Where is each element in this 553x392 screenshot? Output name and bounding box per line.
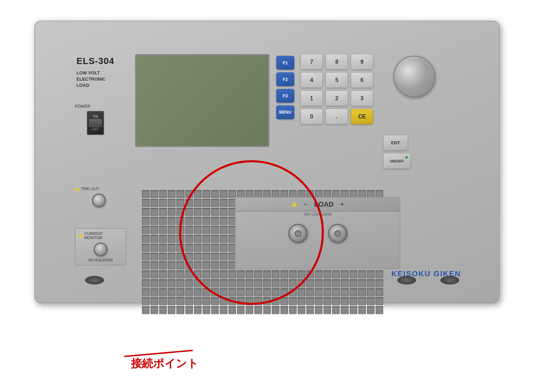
vent-hole	[306, 270, 314, 278]
vent-hole	[358, 288, 366, 296]
vent-hole	[203, 253, 210, 261]
trig-out-connector	[92, 194, 106, 207]
vent-hole	[254, 306, 262, 314]
vent-hole	[151, 253, 158, 261]
current-monitor-label: CURRENTMONITOR	[78, 231, 123, 240]
load-label-bar: − LOAD +	[236, 198, 400, 212]
key-7[interactable]: 7	[300, 54, 323, 70]
vent-hole	[142, 217, 150, 225]
vent-hole	[358, 306, 366, 314]
vent-hole	[142, 208, 150, 216]
ce-button[interactable]: CE	[351, 109, 373, 124]
vent-hole	[220, 208, 227, 216]
key-0[interactable]: 0	[300, 109, 323, 124]
onoff-button[interactable]: ON/OFF	[383, 153, 411, 169]
load-minus: −	[304, 201, 307, 207]
vent-hole	[142, 235, 150, 243]
key-dot[interactable]: .	[326, 109, 348, 124]
vent-hole	[185, 270, 193, 278]
vent-hole	[237, 288, 245, 296]
f3-button[interactable]: F3	[276, 89, 294, 103]
vent-hole	[289, 306, 297, 314]
vent-hole	[142, 306, 150, 314]
vent-hole	[185, 279, 193, 287]
vent-hole	[220, 217, 227, 225]
vent-hole	[194, 253, 202, 261]
vent-hole	[272, 279, 279, 287]
vent-hole	[306, 288, 314, 296]
vent-hole	[151, 226, 158, 234]
vent-hole	[263, 288, 271, 296]
key-6[interactable]: 6	[351, 72, 373, 88]
vent-hole	[315, 288, 322, 296]
vent-hole	[168, 244, 175, 252]
vent-hole	[203, 306, 210, 314]
switch-off-label: OFF	[92, 127, 99, 131]
vent-hole	[220, 253, 227, 261]
vent-hole	[203, 297, 210, 305]
vent-hole	[176, 217, 184, 225]
key-1[interactable]: 1	[300, 91, 323, 106]
vent-hole	[272, 297, 279, 305]
vent-hole	[142, 297, 150, 305]
onoff-indicator-dot	[405, 156, 408, 159]
vent-hole	[185, 253, 193, 261]
key-3[interactable]: 3	[351, 91, 373, 106]
vent-hole	[263, 297, 271, 305]
vent-hole	[298, 279, 305, 287]
vent-hole	[228, 306, 236, 314]
vent-hole	[194, 244, 202, 252]
vent-hole	[324, 306, 331, 314]
key-2[interactable]: 2	[326, 91, 348, 106]
vent-hole	[168, 261, 175, 269]
vent-hole	[289, 288, 297, 296]
vent-hole	[280, 279, 288, 287]
switch-rocker	[89, 119, 102, 127]
vent-hole	[367, 279, 375, 287]
current-monitor-connector	[94, 243, 107, 256]
vent-hole	[159, 279, 167, 287]
vent-hole	[228, 270, 236, 278]
vent-hole	[306, 297, 314, 305]
vent-hole	[211, 244, 219, 252]
vent-hole	[142, 270, 150, 278]
vent-hole	[211, 235, 219, 243]
vent-hole	[332, 306, 340, 314]
vent-hole	[220, 235, 227, 243]
key-9[interactable]: 9	[351, 54, 373, 70]
terminal-bolt-left	[295, 230, 301, 237]
vent-hole	[358, 279, 366, 287]
key-4[interactable]: 4	[300, 72, 323, 88]
key-5[interactable]: 5	[326, 72, 348, 88]
vent-hole	[168, 253, 175, 261]
annotation-line	[124, 350, 193, 357]
vent-hole	[237, 279, 245, 287]
vent-hole	[332, 279, 340, 287]
vent-hole	[194, 261, 202, 269]
vent-hole	[176, 288, 184, 296]
power-switch[interactable]: ON OFF	[87, 111, 104, 135]
rotary-knob[interactable]	[393, 56, 435, 97]
current-monitor-area: CURRENTMONITOR NO ISOLATION	[75, 228, 126, 266]
vent-hole	[220, 297, 227, 305]
menu-button[interactable]: MENU	[276, 105, 294, 119]
vent-hole	[203, 199, 210, 207]
vent-hole	[315, 306, 322, 314]
vent-hole	[176, 297, 184, 305]
vent-hole	[142, 226, 150, 234]
vent-hole	[185, 297, 193, 305]
vent-hole	[168, 235, 175, 243]
vent-hole	[185, 190, 193, 198]
vent-hole	[159, 208, 167, 216]
ent-button[interactable]: ENT	[383, 135, 408, 151]
vent-hole	[298, 306, 305, 314]
vent-hole	[324, 288, 331, 296]
f1-button[interactable]: F1	[276, 56, 294, 70]
key-8[interactable]: 8	[326, 54, 348, 70]
vent-hole	[211, 199, 219, 207]
vent-hole	[194, 226, 202, 234]
vent-hole	[263, 279, 271, 287]
f2-button[interactable]: F2	[276, 72, 294, 86]
vent-hole	[168, 208, 175, 216]
vent-hole	[168, 279, 175, 287]
